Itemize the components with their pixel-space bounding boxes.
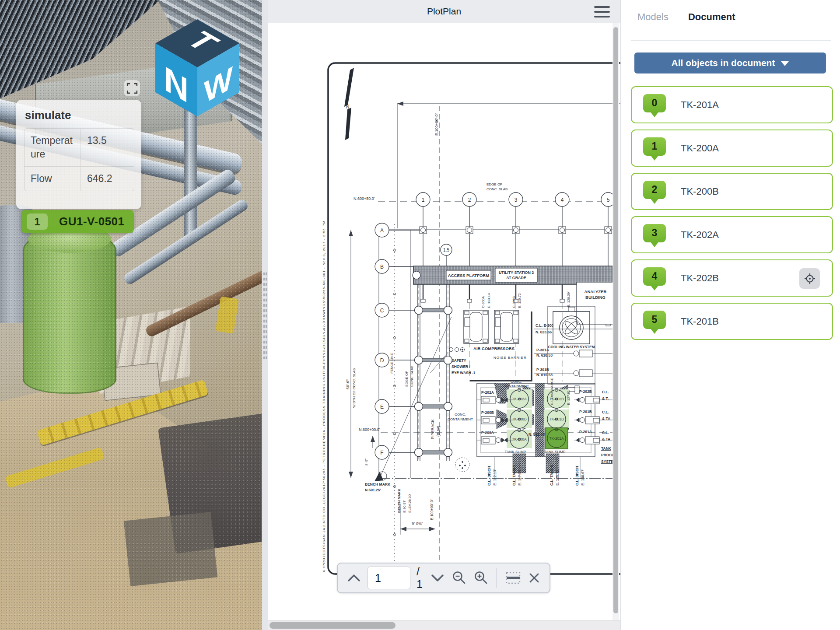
svg-text:SHOWER /: SHOWER / (452, 364, 471, 369)
object-pin-marker: 2 (643, 181, 666, 199)
close-toolbar-button[interactable] (528, 571, 541, 584)
svg-text:N: N (346, 104, 350, 110)
svg-text:COOLING WATER SYSTEM: COOLING WATER SYSTEM (548, 345, 595, 349)
tab-models[interactable]: Models (637, 11, 668, 23)
pdf-viewer-panel: PlotPlan (268, 0, 620, 630)
svg-text:CONC.: CONC. (455, 413, 466, 416)
svg-text:P-201B: P-201B (579, 410, 592, 414)
svg-text:TK-202A: TK-202A (512, 397, 527, 401)
object-filter-dropdown[interactable]: All objects in document (634, 52, 826, 74)
svg-text:2: 2 (468, 197, 471, 203)
filter-dropdown-label: All objects in document (672, 58, 775, 68)
vertical-scrollbar-thumb[interactable] (613, 27, 618, 613)
svg-text:P-201A: P-201A (579, 430, 592, 434)
analyzer-building: ANALYZER BUILDING (577, 282, 616, 324)
hamburger-menu-button[interactable] (594, 5, 611, 19)
page-down-button[interactable] (430, 573, 445, 583)
object-label: TK-200B (681, 186, 719, 197)
expand-fullscreen-button[interactable] (124, 80, 140, 96)
svg-text:E.90.97': E.90.97' (402, 500, 406, 513)
tooltip-row-label: Temperature (24, 129, 80, 167)
svg-text:NOISE BARRIER: NOISE BARRIER (494, 356, 527, 360)
svg-text:D: D (380, 357, 384, 364)
svg-text:E.100+00'-0": E.100+00'-0" (430, 499, 434, 520)
svg-text:FENCE LINE: FENCE LINE (390, 353, 394, 374)
object-pin-marker: 5 (643, 311, 666, 329)
svg-text:E.100+00'-0": E.100+00'-0" (434, 113, 439, 136)
svg-text:CONC. SLAB: CONC. SLAB (486, 187, 508, 191)
svg-text:P-200B: P-200B (481, 410, 494, 415)
svg-text:N.591.25': N.591.25' (365, 488, 381, 492)
object-list-item-tk-200b[interactable]: 2 TK-200B (631, 173, 833, 210)
plot-plan-drawing[interactable]: N 1 2 3 4 5 1.5 A B (268, 23, 620, 620)
svg-text:N. 615.53: N. 615.53 (536, 373, 553, 377)
svg-text:ELEV.28.30': ELEV.28.30' (408, 494, 412, 513)
object-list-item-tk-202a[interactable]: 3 TK-202A (631, 216, 833, 253)
object-list-item-tk-201a[interactable]: 0 TK-201A (631, 86, 833, 123)
svg-text:N. 618.53: N. 618.53 (536, 353, 553, 357)
svg-text:ACCESS PLATFORM: ACCESS PLATFORM (448, 273, 489, 278)
svg-text:1.5: 1.5 (443, 248, 449, 252)
drawing-filepath: K:\PROJECTS\SAN JACINTO COLLEGE\2017\502… (322, 220, 326, 572)
pdf-pager-toolbar: / 1 (337, 563, 550, 593)
svg-text:3: 3 (514, 197, 518, 203)
locate-target-icon (804, 273, 816, 285)
svg-text:& TA: & TA (602, 416, 610, 421)
zoom-in-button[interactable] (473, 570, 489, 586)
object-list-item-tk-201b[interactable]: 5 TK-201B (631, 303, 833, 340)
svg-text:EDGE OF: EDGE OF (486, 182, 502, 186)
svg-text:CONC.: CONC. (511, 380, 522, 384)
tooltip-table: Temperature 13.5 Flow 646.2 (24, 128, 134, 191)
svg-text:C.L. DISCH: C.L. DISCH (487, 466, 491, 486)
svg-text:CONC. SLAB: CONC. SLAB (410, 366, 414, 387)
zoom-in-icon (473, 570, 489, 586)
tab-document[interactable]: Document (688, 11, 735, 23)
vertical-scrollbar-track[interactable] (612, 23, 619, 620)
svg-text:E. 117.35: E. 117.35 (518, 470, 522, 486)
object-pin-marker: 0 (643, 94, 666, 112)
horizontal-scrollbar-track[interactable] (268, 620, 620, 630)
close-icon (528, 571, 541, 584)
svg-text:C.L. E-300: C.L. E-300 (536, 323, 553, 328)
page-number-input[interactable] (368, 567, 410, 589)
app-root: T N W simulate Temperature 13.5 Flow 646… (0, 0, 840, 630)
svg-text:E. 130.67': E. 130.67' (581, 469, 585, 486)
object-pin-marker: 1 (643, 137, 666, 156)
objects-sidebar: Models Document All objects in document … (620, 0, 840, 630)
object-list-item-tk-200a[interactable]: 1 TK-200A (631, 130, 833, 167)
chevron-down-icon (781, 61, 789, 66)
svg-text:1: 1 (422, 197, 425, 203)
svg-text:SAFETY: SAFETY (452, 358, 466, 363)
svg-text:AT GRADE: AT GRADE (506, 276, 526, 280)
svg-text:B: B (380, 264, 384, 270)
north-arrow: N (344, 68, 354, 140)
svg-text:E. 125.35: E. 125.35 (555, 469, 560, 486)
page-down-chevron-icon (430, 573, 445, 583)
selection-tag[interactable]: 1 GU1-V-0501 (21, 210, 134, 233)
svg-text:& T.: & T. (602, 396, 609, 401)
horizontal-scrollbar-thumb[interactable] (270, 622, 396, 629)
fit-width-button[interactable] (505, 571, 522, 585)
svg-text:E. 128.39': E. 128.39' (567, 291, 570, 307)
svg-text:CONTAINMENT: CONTAINMENT (448, 417, 473, 421)
locate-object-button[interactable] (799, 268, 820, 289)
svg-text:C-300A: C-300A (481, 296, 485, 308)
svg-text:TK-201B: TK-201B (549, 417, 564, 421)
object-list-item-tk-202b[interactable]: 4 TK-202B (631, 259, 833, 297)
sidebar-divider (631, 40, 831, 41)
hamburger-menu-icon (594, 6, 610, 8)
point-cloud-viewport[interactable]: T N W simulate Temperature 13.5 Flow 646… (0, 0, 262, 630)
zoom-out-button[interactable] (451, 570, 467, 586)
svg-text:TK-200B: TK-200B (512, 417, 527, 421)
svg-text:56'-0": 56'-0" (346, 379, 350, 389)
page-up-button[interactable] (346, 573, 361, 583)
svg-text:BENCH MARK: BENCH MARK (365, 482, 391, 486)
selection-index-badge: 1 (27, 214, 48, 230)
svg-text:A: A (380, 228, 384, 234)
toolbar-divider (497, 568, 497, 588)
svg-text:N.600+50.0': N.600+50.0' (354, 196, 375, 201)
svg-text:CONTAINMENT: CONTAINMENT (504, 384, 529, 388)
svg-text:C-300B: C-300B (512, 296, 516, 308)
svg-text:C.L.: C.L. (602, 430, 609, 435)
svg-text:9'-0⅜": 9'-0⅜" (412, 522, 423, 526)
